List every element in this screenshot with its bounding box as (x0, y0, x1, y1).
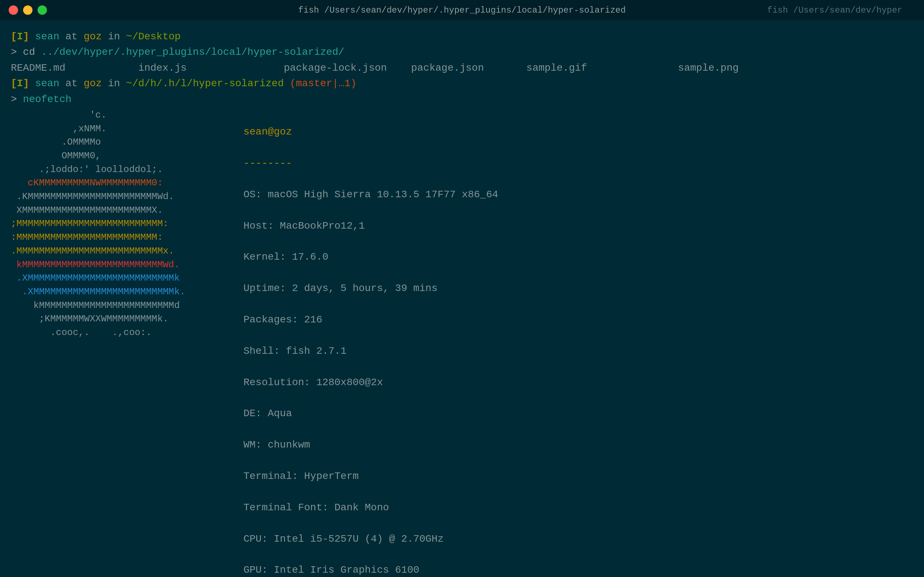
wm-info: WM: chunkwm (244, 439, 310, 450)
user-host-label: sean@goz (244, 126, 292, 137)
packages-info: Packages: 216 (244, 314, 322, 325)
terminal: [I] sean at goz in ~/Desktop > cd ../dev… (0, 20, 924, 577)
file-samplegif: sample.gif (526, 62, 587, 74)
host-2: goz (84, 76, 102, 91)
terminal-info: Terminal: HyperTerm (244, 471, 359, 482)
bracket-1b: ] (23, 29, 29, 44)
prompt-line-2: [I] sean at goz in ~/d/h/.h/l/hyper-sola… (11, 76, 913, 91)
shell-info: Shell: fish 2.7.1 (244, 345, 347, 357)
file-packagejson: package.json (411, 62, 484, 74)
uptime-info: Uptime: 2 days, 5 hours, 39 mins (244, 283, 438, 294)
cmd-neofetch: > neofetch (11, 92, 913, 107)
bracket-2: [ (11, 76, 17, 91)
cmd-prefix-1: cd (23, 47, 41, 58)
de-info: DE: Aqua (244, 408, 292, 419)
ascii-art-display: 'c. ,xNMM. .OMMMMo OMMMM0, .;loddo:' loo… (11, 108, 186, 577)
file-packagelock: package-lock.json (284, 62, 387, 74)
path-2: ~/d/h/.h/l/hyper-solarized (126, 76, 284, 91)
close-button[interactable] (9, 5, 18, 15)
at-2: at (59, 76, 83, 91)
active-tab[interactable]: fish /Users/sean/dev/hyper/.hyper_plugin… (298, 5, 625, 15)
i-indicator-2: I (17, 76, 23, 91)
file-indexjs: index.js (138, 62, 187, 74)
cpu-info: CPU: Intel i5-5257U (4) @ 2.70GHz (244, 533, 444, 545)
file-spacing-4 (490, 62, 520, 74)
files-listing: README.md index.js package-lock.json pac… (11, 60, 913, 76)
host-info: Host: MacBookPro12,1 (244, 220, 365, 232)
kernel-info: Kernel: 17.6.0 (244, 251, 328, 263)
chevron-1: > (11, 47, 23, 58)
file-spacing-1 (71, 62, 132, 74)
file-samplepng: sample.png (678, 62, 738, 74)
bracket-2b: ] (23, 76, 29, 91)
host-1: goz (84, 29, 102, 44)
at-1: at (59, 29, 83, 44)
space-git-2 (284, 76, 290, 91)
file-spacing-3 (393, 62, 405, 74)
file-readme: README.md (11, 62, 65, 74)
username-2: sean (35, 76, 59, 91)
inactive-tab[interactable]: fish /Users/sean/dev/hyper (767, 5, 902, 15)
git-status-2: (master|…1) (290, 76, 357, 91)
neofetch-output: 'c. ,xNMM. .OMMMMo OMMMM0, .;loddo:' loo… (11, 108, 913, 577)
system-info: sean@goz -------- OS: macOS High Sierra … (207, 108, 498, 577)
gpu-info: GPU: Intel Iris Graphics 6100 (244, 564, 419, 575)
in-1: in (102, 29, 126, 44)
os-info: OS: macOS High Sierra 10.13.5 17F77 x86_… (244, 189, 498, 200)
chevron-nf: > (11, 94, 23, 105)
in-2: in (102, 76, 126, 91)
file-spacing-5 (593, 62, 672, 74)
prompt-line-1: [I] sean at goz in ~/Desktop (11, 29, 913, 44)
cmd-line-1: > cd ../dev/hyper/.hyper_plugins/local/h… (11, 44, 913, 60)
cmd-path-1: ../dev/hyper/.hyper_plugins/local/hyper-… (41, 47, 344, 58)
resolution-info: Resolution: 1280x800@2x (244, 377, 383, 388)
file-spacing-2 (193, 62, 278, 74)
i-indicator-1: I (17, 29, 23, 44)
minimize-button[interactable] (23, 5, 32, 15)
path-1: ~/Desktop (126, 29, 181, 44)
bracket-1: [ (11, 29, 17, 44)
maximize-button[interactable] (37, 5, 47, 15)
titlebar: fish /Users/sean/dev/hyper/.hyper_plugin… (0, 0, 924, 20)
username-1: sean (35, 29, 59, 44)
separator: -------- (244, 158, 292, 169)
neofetch-cmd: neofetch (23, 94, 71, 105)
terminal-font-info: Terminal Font: Dank Mono (244, 502, 389, 513)
traffic-lights (0, 5, 47, 15)
